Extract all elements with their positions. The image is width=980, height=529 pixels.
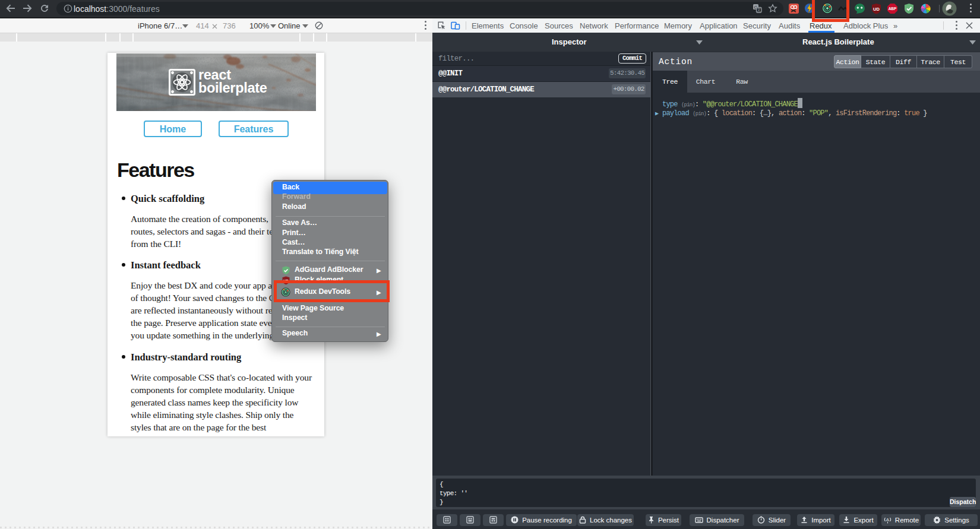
svg-text:boilerplate: boilerplate — [198, 80, 267, 96]
svg-text:UD: UD — [873, 7, 880, 12]
svg-text:ABP: ABP — [889, 7, 897, 11]
svg-text:文: 文 — [757, 7, 761, 12]
